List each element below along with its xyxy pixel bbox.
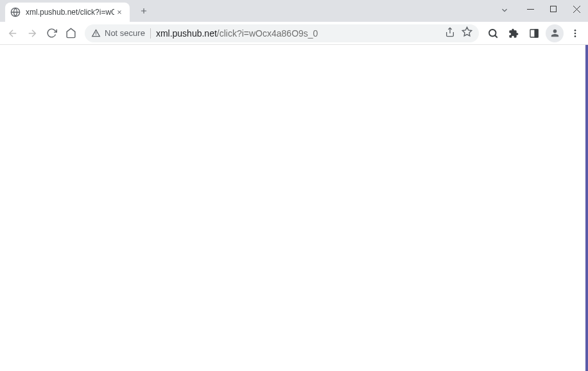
close-window-button[interactable] — [565, 0, 588, 18]
url-domain: xml.pushub.net — [156, 28, 217, 39]
back-button[interactable] — [4, 24, 22, 42]
menu-button[interactable] — [566, 24, 584, 42]
window-controls — [519, 0, 588, 18]
toolbar: Not secure xml.pushub.net/click?i=wOcx4a… — [0, 22, 588, 45]
bookmark-icon[interactable] — [462, 26, 472, 40]
share-icon[interactable] — [445, 27, 455, 40]
url-display: xml.pushub.net/click?i=wOcx4a86O9s_0 — [156, 28, 440, 39]
divider — [150, 28, 151, 39]
forward-button[interactable] — [23, 24, 41, 42]
maximize-button[interactable] — [542, 0, 565, 18]
profile-button[interactable] — [546, 24, 564, 42]
security-label: Not secure — [105, 28, 145, 38]
tabs-dropdown-button[interactable] — [497, 3, 512, 18]
svg-rect-1 — [551, 6, 557, 12]
security-indicator[interactable]: Not secure — [91, 28, 145, 38]
omnibox-actions — [445, 26, 472, 40]
warning-icon — [91, 28, 101, 38]
browser-tab[interactable]: xml.pushub.net/click?i=wOcx4a8 — [5, 3, 130, 22]
svg-point-6 — [575, 32, 576, 34]
svg-point-5 — [575, 30, 576, 31]
search-button[interactable] — [484, 24, 502, 42]
home-button[interactable] — [62, 24, 80, 42]
globe-icon — [10, 7, 21, 17]
svg-point-2 — [489, 30, 496, 37]
reload-button[interactable] — [42, 24, 60, 42]
minimize-button[interactable] — [519, 0, 542, 18]
title-bar: xml.pushub.net/click?i=wOcx4a8 — [0, 0, 588, 22]
close-tab-button[interactable] — [114, 7, 125, 17]
page-content — [0, 45, 588, 371]
svg-point-7 — [575, 35, 576, 37]
tab-title: xml.pushub.net/click?i=wOcx4a8 — [26, 8, 114, 17]
toolbar-actions — [484, 24, 584, 42]
new-tab-button[interactable] — [135, 2, 153, 20]
address-bar[interactable]: Not secure xml.pushub.net/click?i=wOcx4a… — [85, 24, 479, 42]
sidepanel-button[interactable] — [525, 24, 543, 42]
extensions-button[interactable] — [505, 24, 523, 42]
url-path: /click?i=wOcx4a86O9s_0 — [217, 28, 318, 39]
svg-rect-4 — [535, 30, 538, 37]
